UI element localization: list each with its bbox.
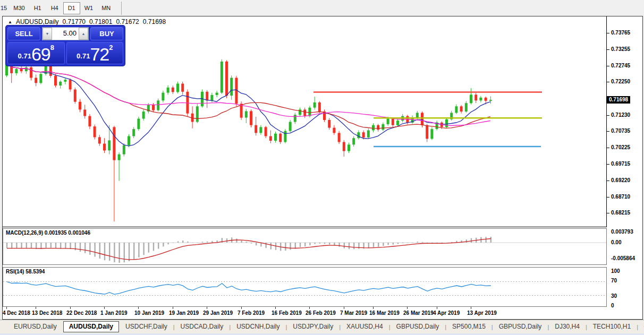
date-axis-label: 4 Apr 2019 [433,310,460,316]
date-tick [36,307,36,309]
macd-axis-label: 0.00 [611,239,621,245]
rsi-label: RSI(14) 58.5394 [6,269,45,274]
volume-increase-icon[interactable]: ▲ [79,28,88,40]
tab-audusd-daily-1[interactable]: AUDUSD,Daily [63,321,119,332]
macd-axis-label: 0.003793 [611,229,633,235]
price-axis[interactable]: 0.737650.732550.727450.722500.712300.707… [607,16,643,227]
rsi-chart[interactable] [3,268,606,306]
price-axis-label: 0.70735 [611,128,630,134]
buy-price-prefix: 0.71 [77,52,90,60]
tab-separator: | [339,324,341,330]
price-axis-label: 0.71230 [611,112,630,118]
direction-up-icon: ▲ [8,20,12,24]
rsi-axis-label: 70 [611,278,617,284]
date-tick [138,307,139,309]
timeframe-toolbar: 15M30H1H4D1W1MN [0,0,644,16]
price-tick [607,148,609,148]
tab-separator: | [229,324,231,330]
chart-window: ▲ AUDUSD,Daily 0.71770 0.71801 0.71672 0… [2,16,643,320]
sell-button[interactable]: SELL [7,27,40,40]
date-tick [173,307,173,309]
date-axis-label: 19 Jan 2019 [169,310,199,316]
timeframe-button-w1[interactable]: W1 [80,2,98,14]
tab-usdjpy-daily-5[interactable]: USDJPY,Daily [287,322,338,332]
timeframe-button-h1[interactable]: H1 [29,2,46,14]
price-axis-label: 0.72745 [611,63,630,68]
date-tick [373,307,374,309]
date-tick [344,307,344,309]
date-tick [437,307,437,309]
buy-price-display[interactable]: 0.71 72 2 [66,42,124,64]
date-axis-label: 13 Apr 2019 [467,310,497,316]
date-axis-label: 7 Feb 2019 [238,310,265,316]
price-tick [607,115,609,116]
date-tick [471,307,471,309]
price-axis-label: 0.72250 [611,79,630,84]
buy-button[interactable]: BUY [90,27,123,40]
tab-sp500-m15-8[interactable]: SP500,M15 [447,322,491,332]
price-tick [607,66,609,66]
macd-pane: MACD(12,26,9) 0.001935 0.001046 [3,228,607,265]
timeframe-button-mn[interactable]: MN [97,2,115,14]
one-click-trade-panel: SELL ▼ 5.00 ▲ BUY 0.71 69 8 0.71 72 2 [6,25,125,66]
price-axis-label: 0.68215 [611,210,630,216]
macd-label: MACD(12,26,9) 0.001935 0.001046 [6,230,90,236]
rsi-pane: RSI(14) 58.5394 [3,267,607,307]
macd-axis-label: -0.005864 [611,255,635,261]
rsi-axis-label: 100 [611,268,620,274]
tab-dj30-h4-10[interactable]: DJ30,H4 [549,322,585,332]
tab-separator: | [445,324,446,330]
price-axis-label: 0.69715 [611,161,630,167]
tab-gbpusd-daily-7[interactable]: GBPUSD,Daily [391,322,445,332]
tab-separator: | [173,324,175,330]
timeframe-button-h4[interactable]: H4 [46,2,63,14]
date-tick [407,307,408,309]
date-axis-label: 7 Mar 2019 [340,310,367,316]
macd-signal-line [7,239,491,260]
price-tick [607,164,609,165]
date-tick [70,307,71,309]
date-axis-label: 26 Feb 2019 [306,310,336,316]
tab-separator: | [492,324,493,330]
timeframe-button-15[interactable]: 15 [0,2,9,14]
date-tick [207,307,207,309]
macd-chart[interactable] [3,229,606,264]
date-axis[interactable]: 4 Dec 201813 Dec 201822 Dec 20181 Jan 20… [3,307,607,319]
tab-separator: | [637,324,638,330]
timeframe-button-m30[interactable]: M30 [9,2,29,14]
tab-eurusd-daily-0[interactable]: EURUSD,Daily [9,322,62,332]
date-axis-label: 1 Jan 2019 [100,310,128,316]
date-axis-label: 13 Dec 2018 [32,310,62,316]
ohlc-low: 0.71672 [116,18,139,25]
price-axis-label: 0.73255 [611,46,630,52]
rsi-axis-label: 30 [611,293,617,299]
candles [5,58,492,221]
date-tick [309,307,310,309]
date-tick [275,307,276,309]
chart-tabs: EURUSD,DailyAUDUSD,DailyUSDCHF,Daily|USD… [0,320,644,335]
ohlc-close: 0.71698 [143,18,166,25]
tab-tech100-h1-11[interactable]: TECH100,H1 [588,322,636,332]
price-axis-label: 0.69220 [611,177,630,183]
ohlc-open: 0.71770 [63,18,86,25]
sell-price-point: 8 [50,44,54,51]
chart-symbol-label: AUDUSD,Daily [16,18,59,25]
price-tick [607,213,609,213]
date-axis-label: 10 Jan 2019 [134,310,164,316]
sell-price-pips: 69 [31,45,50,64]
date-axis-label: 16 Mar 2019 [369,310,400,316]
sell-price-display[interactable]: 0.71 69 8 [7,42,65,64]
ohlc-high: 0.71801 [89,18,112,25]
volume-input[interactable]: 5.00 [52,28,79,40]
tab-usdcad-daily-3[interactable]: USDCAD,Daily [175,322,229,332]
buy-price-point: 2 [109,44,113,51]
tab-gbpusd-daily-9[interactable]: GBPUSD,Daily [494,322,547,332]
timeframe-button-d1[interactable]: D1 [63,2,80,14]
price-axis-label: 0.70225 [611,144,630,150]
tab-usdcnh-daily-4[interactable]: USDCNH,Daily [231,322,285,332]
date-axis-label: 22 Dec 2018 [66,310,97,316]
buy-price-pips: 72 [90,45,109,64]
tab-xauusd-h4-6[interactable]: XAUUSD,H4 [341,322,388,332]
volume-decrease-icon[interactable]: ▼ [43,28,52,40]
tab-usdchf-daily-2[interactable]: USDCHF,Daily [120,322,173,332]
